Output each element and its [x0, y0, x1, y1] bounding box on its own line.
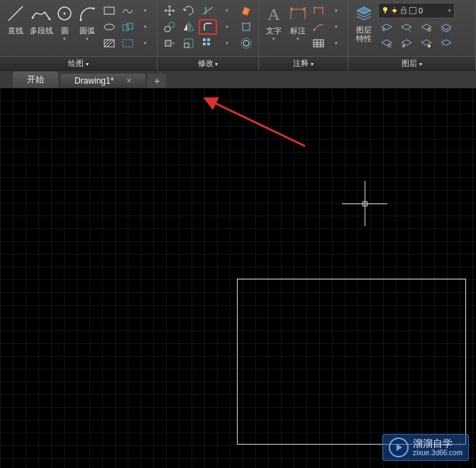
- chevron-down-icon: [448, 8, 451, 13]
- svg-point-49: [393, 9, 397, 13]
- tool-ellipse[interactable]: [101, 19, 118, 35]
- watermark-url: zixue.3d66.com: [413, 449, 463, 457]
- tab-start[interactable]: 开始: [13, 72, 58, 88]
- tool-erase[interactable]: [237, 3, 255, 18]
- layer-tool-8[interactable]: [438, 35, 455, 51]
- tab-label: 开始: [27, 74, 44, 86]
- tool-spline[interactable]: [119, 3, 136, 18]
- svg-point-5: [80, 19, 82, 21]
- svg-rect-30: [203, 43, 206, 45]
- tool-region[interactable]: [119, 19, 136, 35]
- tool-offset[interactable]: [237, 35, 255, 51]
- tool-label: 多段线: [30, 26, 53, 36]
- svg-point-20: [169, 22, 175, 28]
- tool-mirror[interactable]: [179, 19, 198, 35]
- panel-title-draw[interactable]: 绘图: [0, 56, 157, 70]
- tool-rotate[interactable]: [179, 3, 198, 18]
- tool-dropdown[interactable]: [137, 35, 154, 51]
- tool-circle[interactable]: 圆: [54, 1, 75, 43]
- tool-dropdown[interactable]: [137, 3, 154, 18]
- new-tab-button[interactable]: +: [148, 74, 166, 88]
- tool-trim[interactable]: [199, 3, 217, 18]
- chevron-down-icon: [63, 36, 66, 42]
- drawn-rectangle[interactable]: [237, 279, 466, 445]
- tool-table[interactable]: [310, 35, 327, 51]
- tool-label: 图层特性: [356, 26, 372, 43]
- panel-title-modify[interactable]: 修改: [157, 56, 258, 70]
- tool-arc[interactable]: 圆弧: [75, 1, 99, 43]
- chevron-down-icon: [226, 40, 228, 46]
- chevron-down-icon: [144, 8, 147, 13]
- tool-hatch[interactable]: [101, 35, 118, 51]
- lock-icon: [400, 6, 407, 15]
- tool-stretch[interactable]: [160, 35, 179, 51]
- svg-point-2: [49, 18, 51, 21]
- tool-boundary[interactable]: [119, 35, 136, 51]
- tool-fillet[interactable]: [199, 19, 217, 35]
- svg-rect-29: [207, 38, 210, 41]
- tool-scale[interactable]: [179, 35, 198, 51]
- tool-dropdown[interactable]: [218, 3, 236, 18]
- tool-array[interactable]: [199, 35, 217, 51]
- panel-annotate: A 文字 标注 注释: [259, 0, 348, 70]
- panel-title-layers[interactable]: 图层: [348, 56, 475, 70]
- layer-tool-1[interactable]: [378, 20, 395, 35]
- svg-line-0: [9, 6, 23, 21]
- svg-point-52: [428, 28, 431, 31]
- tool-dropdown[interactable]: [218, 35, 236, 51]
- svg-rect-53: [388, 45, 391, 47]
- svg-point-4: [64, 13, 66, 15]
- tool-explode[interactable]: [237, 19, 255, 35]
- tab-drawing1[interactable]: Drawing1* ×: [60, 74, 145, 88]
- close-icon[interactable]: ×: [126, 76, 131, 86]
- tool-copy[interactable]: [160, 19, 179, 35]
- tool-dropdown[interactable]: [137, 19, 154, 35]
- ribbon: 直线 多段线 圆 圆弧: [0, 0, 476, 71]
- tool-move[interactable]: [160, 3, 179, 18]
- svg-point-55: [428, 45, 431, 48]
- bulb-icon: [382, 6, 389, 15]
- line-icon: [5, 3, 26, 24]
- svg-text:A: A: [267, 5, 280, 23]
- tool-text[interactable]: A 文字: [262, 1, 286, 43]
- svg-point-8: [104, 24, 114, 30]
- layer-tool-5[interactable]: [378, 35, 395, 51]
- svg-point-6: [93, 8, 95, 10]
- dimension-icon: [287, 3, 309, 24]
- polyline-icon: [31, 3, 52, 24]
- tool-dimension[interactable]: 标注: [286, 1, 310, 43]
- chevron-down-icon: [226, 8, 228, 13]
- tool-layer-properties[interactable]: 图层特性: [351, 1, 377, 44]
- chevron-down-icon: [144, 24, 147, 30]
- layer-tool-6[interactable]: [398, 35, 415, 51]
- drawing-canvas[interactable]: 溜溜自学 zixue.3d66.com: [0, 88, 476, 468]
- watermark-logo-icon: [389, 438, 409, 457]
- svg-point-47: [383, 7, 387, 11]
- tool-linear-dim[interactable]: [310, 3, 327, 18]
- panel-title-annotate[interactable]: 注释: [259, 56, 348, 70]
- svg-rect-14: [127, 23, 133, 29]
- tool-dropdown[interactable]: [328, 35, 345, 51]
- layer-tool-4[interactable]: [438, 20, 455, 35]
- svg-rect-42: [314, 40, 323, 47]
- tool-dropdown[interactable]: [218, 19, 236, 35]
- tool-line[interactable]: 直线: [3, 1, 28, 38]
- svg-rect-15: [123, 40, 133, 47]
- chevron-down-icon: [144, 40, 147, 46]
- tool-dropdown[interactable]: [328, 19, 345, 35]
- layer-selector[interactable]: 0: [378, 3, 455, 18]
- layer-tool-7[interactable]: [418, 35, 435, 51]
- tool-polyline[interactable]: 多段线: [28, 1, 54, 38]
- panel-modify: 修改: [157, 0, 259, 70]
- chevron-down-icon: [297, 36, 299, 42]
- tool-dropdown[interactable]: [328, 3, 345, 18]
- text-icon: A: [263, 3, 284, 24]
- layer-tool-2[interactable]: [398, 20, 415, 35]
- tool-label: 标注: [290, 26, 306, 36]
- svg-rect-18: [242, 7, 250, 16]
- layer-tool-3[interactable]: [418, 20, 435, 35]
- tool-leader[interactable]: [310, 19, 327, 35]
- tool-rectangle[interactable]: [101, 3, 118, 18]
- layer-name: 0: [419, 6, 446, 15]
- tab-label: Drawing1*: [74, 76, 114, 86]
